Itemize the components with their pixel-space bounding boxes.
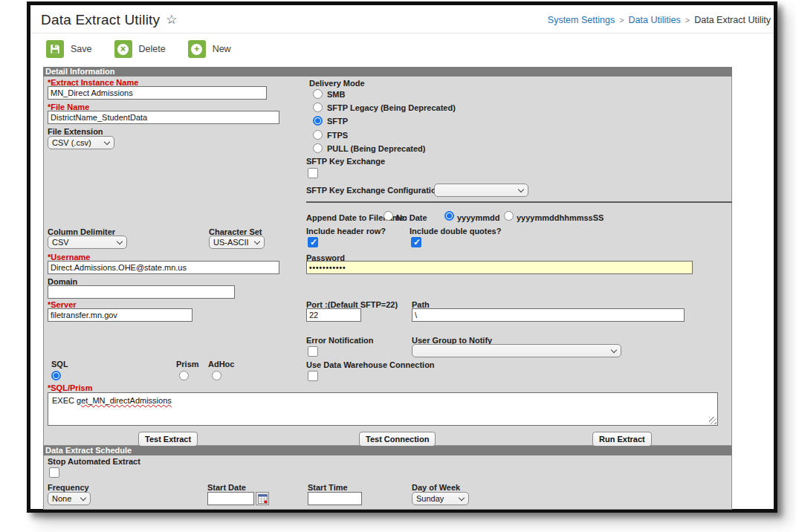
append-yyyymmddhhmmssss-radio[interactable]	[504, 211, 514, 221]
page-title: Data Extract Utility ☆	[41, 12, 178, 28]
breadcrumb-current: Data Extract Utility	[694, 15, 771, 25]
include-double-quotes-checkbox[interactable]	[411, 237, 421, 247]
breadcrumb: System Settings > Data Utilities > Data …	[548, 15, 771, 25]
sftp-key-exchange-configuration-select[interactable]	[434, 184, 528, 197]
detail-information-header: Detail Information	[43, 67, 732, 77]
stop-automated-extract-label: Stop Automated Extract	[48, 457, 140, 467]
breadcrumb-separator-icon: >	[685, 16, 690, 25]
delete-circle-x-icon: ×	[114, 40, 132, 58]
delete-button[interactable]: × Delete	[114, 40, 166, 58]
calendar-icon[interactable]	[256, 492, 269, 505]
use-data-warehouse-label: Use Data Warehouse Connection	[306, 360, 435, 370]
delivery-sftp-radio[interactable]	[313, 116, 323, 126]
detail-information-body: *Extract Instance Name *File Name File E…	[43, 77, 732, 446]
chevron-down-icon	[104, 138, 110, 144]
append-yyyymmdd-radio[interactable]	[444, 211, 454, 221]
chevron-down-icon	[117, 238, 123, 244]
data-extract-schedule-body: Stop Automated Extract Frequency None St…	[43, 455, 732, 510]
delivery-pull-label: PULL (Being Deprecated)	[327, 144, 425, 153]
stop-automated-extract-checkbox[interactable]	[49, 467, 59, 478]
use-data-warehouse-checkbox[interactable]	[308, 371, 318, 381]
character-set-select[interactable]: US-ASCII	[209, 236, 265, 249]
extract-instance-name-input[interactable]	[48, 86, 267, 100]
page-header: Data Extract Utility ☆ System Settings >…	[30, 5, 774, 33]
delivery-sftp-legacy-radio[interactable]	[313, 103, 323, 112]
include-double-quotes-label: Include double quotes?	[410, 227, 501, 236]
delivery-ftps-label: FTPS	[327, 131, 348, 140]
detail-information-section: Detail Information *Extract Instance Nam…	[43, 67, 732, 446]
append-yyyymmdd-label: yyyymmdd	[457, 213, 499, 222]
sftp-key-exchange-configuration-label: SFTP Key Exchange Configuration	[306, 186, 441, 195]
column-delimiter-select[interactable]: CSV	[48, 236, 127, 249]
breadcrumb-data-utilities[interactable]: Data Utilities	[629, 15, 681, 25]
sql-radio-label: SQL	[51, 360, 68, 369]
delivery-sftp-label: SFTP	[327, 117, 348, 126]
port-input[interactable]	[306, 308, 361, 322]
server-input[interactable]	[48, 308, 192, 322]
include-header-row-checkbox[interactable]	[308, 237, 318, 247]
path-input[interactable]	[412, 308, 685, 322]
frequency-select[interactable]: None	[48, 492, 91, 505]
chevron-down-icon	[611, 346, 617, 352]
new-button[interactable]: + New	[188, 40, 231, 58]
data-extract-utility-window: Data Extract Utility ☆ System Settings >…	[27, 1, 777, 513]
save-button[interactable]: Save	[46, 40, 92, 58]
error-notification-checkbox[interactable]	[308, 346, 318, 357]
chevron-down-icon	[459, 494, 465, 500]
favorite-star-icon[interactable]: ☆	[166, 12, 177, 27]
domain-input[interactable]	[48, 285, 235, 299]
section-divider	[306, 201, 732, 203]
sql-radio[interactable]	[51, 371, 61, 380]
chevron-down-icon	[80, 494, 86, 500]
day-of-week-select[interactable]: Sunday	[412, 492, 469, 505]
delivery-ftps-radio[interactable]	[313, 130, 323, 140]
start-date-input[interactable]	[207, 492, 254, 505]
delivery-smb-radio[interactable]	[313, 89, 323, 99]
append-yyyymmddhhmmssss-label: yyyymmddhhmmssSS	[517, 213, 604, 222]
chevron-down-icon	[518, 186, 524, 192]
action-toolbar: Save × Delete + New	[30, 33, 774, 65]
sftp-key-exchange-checkbox[interactable]	[308, 168, 318, 178]
delivery-mode-label: Delivery Mode	[309, 79, 365, 88]
run-extract-button[interactable]: Run Extract	[592, 432, 652, 447]
save-disk-icon	[46, 40, 64, 58]
breadcrumb-system-settings[interactable]: System Settings	[548, 15, 615, 25]
delivery-sftp-legacy-label: SFTP Legacy (Being Deprecated)	[327, 103, 456, 112]
error-notification-label: Error Notification	[306, 336, 373, 346]
prism-radio-label: Prism	[176, 360, 199, 369]
username-input[interactable]	[48, 261, 279, 274]
breadcrumb-separator-icon: >	[619, 16, 624, 25]
spellcheck-flagged-text: get_MN_directAdmissions	[77, 396, 172, 405]
append-no-date-radio[interactable]	[384, 211, 393, 221]
delivery-pull-radio[interactable]	[313, 143, 323, 153]
data-extract-schedule-header: Data Extract Schedule	[43, 446, 732, 455]
test-connection-button[interactable]: Test Connection	[359, 432, 436, 447]
prism-radio[interactable]	[179, 371, 189, 380]
append-no-date-label: No Date	[396, 213, 427, 222]
sftp-key-exchange-label: SFTP Key Exchange	[306, 157, 385, 166]
include-header-row-label: Include header row?	[306, 227, 386, 236]
save-button-label: Save	[71, 44, 92, 54]
chevron-down-icon	[254, 238, 260, 244]
new-button-label: New	[213, 44, 231, 54]
page-title-text: Data Extract Utility	[41, 12, 160, 28]
user-group-to-notify-select[interactable]	[412, 344, 621, 357]
sql-prism-textarea[interactable]: EXEC get_MN_directAdmissions	[48, 392, 718, 426]
adhoc-radio[interactable]	[212, 371, 221, 380]
test-extract-button[interactable]: Test Extract	[138, 432, 198, 447]
start-time-input[interactable]	[308, 492, 362, 505]
password-input[interactable]	[306, 261, 693, 274]
file-extension-select[interactable]: CSV (.csv)	[48, 136, 114, 149]
delete-button-label: Delete	[139, 44, 166, 54]
new-circle-plus-icon: +	[188, 40, 206, 58]
file-name-input[interactable]	[48, 111, 279, 124]
delivery-smb-label: SMB	[327, 90, 345, 99]
adhoc-radio-label: AdHoc	[208, 360, 234, 369]
data-extract-schedule-section: Data Extract Schedule Stop Automated Ext…	[43, 446, 732, 510]
